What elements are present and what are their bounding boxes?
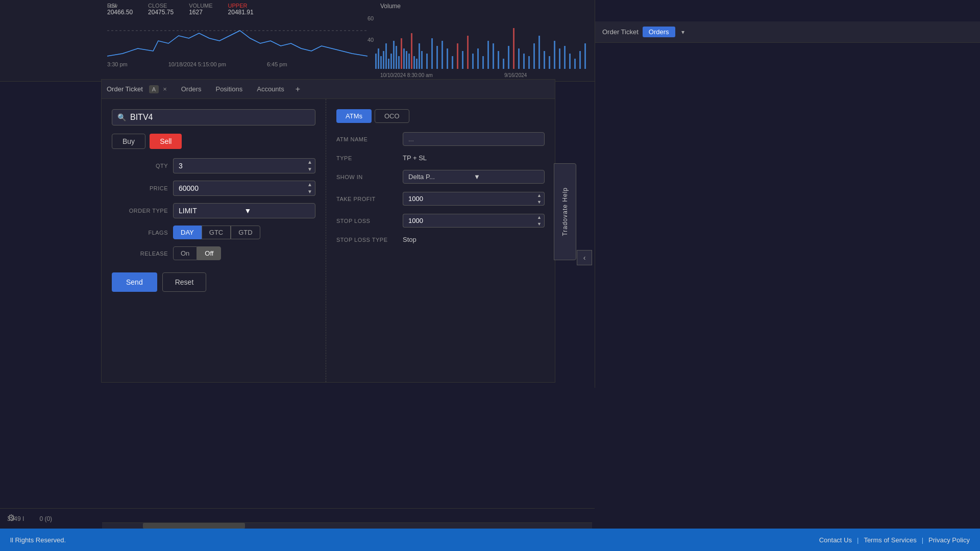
svg-rect-21 — [431, 38, 433, 69]
tab-accounts[interactable]: Accounts — [252, 83, 289, 95]
svg-rect-33 — [493, 43, 494, 69]
volume-area: Volume — [375, 0, 590, 79]
symbol-search-box[interactable]: 🔍 — [112, 109, 315, 126]
take-profit-input-group: ▲ ▼ — [403, 192, 545, 206]
price-arrows: ▲ ▼ — [305, 181, 315, 196]
svg-rect-14 — [408, 54, 410, 69]
orders-active-tab[interactable]: Orders — [643, 27, 675, 37]
reset-button[interactable]: Reset — [162, 272, 207, 292]
svg-rect-25 — [452, 56, 453, 69]
search-icon: 🔍 — [117, 113, 126, 121]
svg-rect-36 — [508, 46, 509, 69]
stop-loss-input[interactable] — [403, 214, 534, 228]
terms-link[interactable]: Terms of Services — [864, 536, 916, 544]
horizontal-scrollbar[interactable] — [102, 522, 592, 529]
tab-positions[interactable]: Positions — [210, 83, 248, 95]
orders-panel-header: Order Ticket Orders ▾ — [595, 21, 980, 43]
footer-links: Contact Us | Terms of Services | Privacy… — [819, 536, 970, 544]
qty-input-group: ▲ ▼ — [173, 158, 315, 173]
svg-rect-48 — [569, 54, 571, 69]
release-on-button[interactable]: On — [173, 246, 197, 260]
take-profit-input[interactable] — [403, 192, 534, 206]
svg-rect-23 — [442, 41, 443, 69]
stop-loss-up-button[interactable]: ▲ — [534, 214, 544, 221]
stop-loss-down-button[interactable]: ▼ — [534, 221, 544, 228]
atm-tab-button[interactable]: ATMs — [336, 109, 372, 123]
contact-us-link[interactable]: Contact Us — [819, 536, 852, 544]
buy-button[interactable]: Buy — [112, 134, 145, 149]
help-sidebar[interactable]: Tradovate Help — [554, 163, 576, 260]
svg-rect-3 — [380, 56, 382, 69]
footer-copyright: ll Rights Reserved. — [10, 536, 819, 544]
take-profit-label: TAKE PROFIT — [336, 196, 403, 202]
take-profit-row: TAKE PROFIT ▲ ▼ — [336, 192, 545, 206]
qty-up-button[interactable]: ▲ — [305, 159, 315, 166]
privacy-link[interactable]: Privacy Policy — [928, 536, 970, 544]
stop-loss-input-group: ▲ ▼ — [403, 214, 545, 228]
svg-rect-31 — [482, 56, 484, 69]
order-type-select[interactable]: LIMIT ▼ — [173, 203, 315, 218]
svg-rect-12 — [403, 48, 405, 69]
close-button[interactable]: × — [163, 85, 167, 93]
svg-rect-2 — [378, 48, 379, 69]
gear-icon[interactable]: ⚙ — [7, 512, 15, 523]
volume-bars — [375, 13, 590, 69]
stop-loss-type-label: STOP LOSS TYPE — [336, 237, 403, 243]
svg-rect-18 — [419, 43, 420, 69]
flag-gtd-button[interactable]: GTD — [231, 226, 260, 239]
flag-day-button[interactable]: DAY — [173, 226, 202, 239]
price-up-button[interactable]: ▲ — [305, 181, 315, 188]
svg-rect-32 — [487, 41, 489, 69]
svg-rect-29 — [472, 54, 474, 69]
atm-type-value: TP + SL — [403, 154, 545, 162]
svg-rect-13 — [406, 51, 407, 69]
right-column: ATMs OCO ATM NAME ... TYPE TP + SL SHOW … — [326, 99, 555, 382]
chart-times: 3:30 pm 10/18/2024 5:15:00 pm 6:45 pm — [107, 61, 287, 67]
svg-rect-11 — [401, 38, 402, 69]
qty-row: QTY ▲ ▼ — [112, 158, 315, 173]
svg-rect-20 — [426, 54, 428, 69]
price-row: PRICE ▲ ▼ — [112, 181, 315, 196]
symbol-input[interactable] — [130, 113, 310, 122]
volume-times: 10/10/2024 8:30:00 am 9/16/2024 — [380, 72, 527, 78]
add-tab-button[interactable]: + — [296, 85, 300, 94]
svg-rect-28 — [467, 36, 469, 69]
atm-name-label: ATM NAME — [336, 136, 403, 142]
show-in-chevron-icon: ▼ — [474, 173, 539, 181]
svg-rect-22 — [436, 46, 438, 69]
svg-rect-39 — [523, 54, 525, 69]
qty-arrows: ▲ ▼ — [305, 158, 315, 173]
order-type-label: ORDER TYPE — [112, 208, 168, 214]
left-column: 🔍 Buy Sell QTY ▲ ▼ — [102, 99, 326, 382]
svg-rect-5 — [385, 43, 387, 69]
oco-tab-button[interactable]: OCO — [375, 109, 409, 123]
atm-name-value[interactable]: ... — [403, 132, 545, 146]
show-in-select[interactable]: Delta P... ▼ — [403, 170, 545, 184]
price-down-button[interactable]: ▼ — [305, 188, 315, 195]
volume-label: Volume — [380, 3, 401, 10]
release-off-button[interactable]: Off — [197, 246, 221, 260]
send-button[interactable]: Send — [112, 272, 157, 292]
take-profit-arrows: ▲ ▼ — [534, 192, 545, 206]
sell-button[interactable]: Sell — [150, 134, 182, 149]
show-in-row: SHOW IN Delta P... ▼ — [336, 170, 545, 184]
collapse-arrow-button[interactable]: ‹ — [577, 250, 592, 265]
tab-orders[interactable]: Orders — [176, 83, 207, 95]
stop-loss-type-value: Stop — [403, 236, 545, 243]
svg-rect-1 — [375, 54, 377, 69]
price-input-group: ▲ ▼ — [173, 181, 315, 196]
price-input[interactable] — [173, 181, 305, 196]
footer-sep-2: | — [922, 536, 923, 544]
qty-input[interactable] — [173, 158, 305, 173]
take-profit-up-button[interactable]: ▲ — [534, 192, 544, 199]
stat-2: 0 (0) — [39, 515, 52, 522]
svg-rect-47 — [564, 46, 566, 69]
orders-dropdown-icon[interactable]: ▾ — [681, 29, 684, 36]
flag-gtc-button[interactable]: GTC — [202, 226, 231, 239]
svg-rect-24 — [447, 48, 448, 69]
qty-down-button[interactable]: ▼ — [305, 166, 315, 173]
svg-rect-8 — [393, 41, 395, 69]
take-profit-down-button[interactable]: ▼ — [534, 199, 544, 206]
orders-panel-title: Order Ticket — [602, 28, 639, 36]
svg-rect-30 — [477, 48, 479, 69]
